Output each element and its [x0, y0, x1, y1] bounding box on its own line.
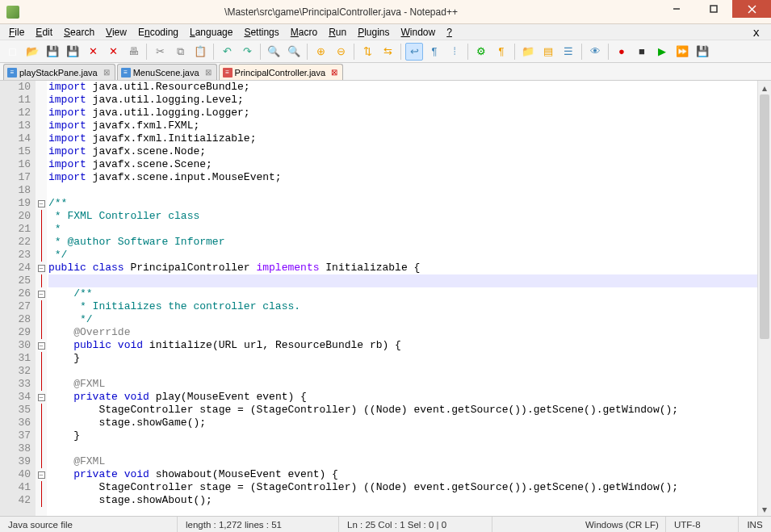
unsaved-icon[interactable]: ⊠ [329, 68, 339, 77]
code-line[interactable]: public class PrincipalController impleme… [48, 262, 771, 274]
code-line[interactable]: } [48, 352, 771, 365]
code-line[interactable]: */ [48, 313, 771, 326]
code-line[interactable]: */ [48, 249, 771, 262]
code-line[interactable]: import javafx.scene.Node; [48, 145, 771, 158]
tab-principalcontroller-java[interactable]: ≡PrincipalController.java⊠ [219, 64, 344, 80]
code-line[interactable]: stage.showGame(); [48, 417, 771, 429]
fold-toggle-icon[interactable]: − [36, 339, 47, 352]
stop-icon[interactable]: ■ [633, 43, 651, 61]
close-icon[interactable]: ✕ [84, 43, 102, 61]
status-length: length : 1,272 lines : 51 [178, 517, 339, 532]
menu-run[interactable]: Run [323, 25, 352, 40]
copy-icon[interactable]: ⧉ [171, 43, 189, 61]
fold-line [36, 365, 47, 378]
save-all-icon[interactable]: 💾 [64, 43, 82, 61]
play-multi-icon[interactable]: ⏩ [673, 43, 691, 61]
code-line[interactable]: @FXML [48, 378, 771, 391]
sync-h-icon[interactable]: ⇆ [379, 43, 396, 61]
menu-macro[interactable]: Macro [285, 25, 323, 40]
code-line[interactable] [48, 184, 771, 197]
menu-help[interactable]: ? [441, 25, 458, 40]
scroll-thumb[interactable] [760, 94, 769, 339]
close-all-icon[interactable]: ✕ [104, 43, 122, 61]
redo-icon[interactable]: ↷ [238, 43, 256, 61]
menu-file[interactable]: File [3, 25, 30, 40]
code-line[interactable]: private void showabout(MouseEvent event)… [48, 468, 771, 481]
close-window-button[interactable] [732, 0, 771, 18]
fold-toggle-icon[interactable]: − [36, 262, 47, 274]
code-line[interactable]: @Override [48, 326, 771, 339]
menu-view[interactable]: View [100, 25, 132, 40]
new-icon[interactable]: ◻ [3, 43, 21, 61]
tab-close-icon[interactable]: ⊠ [102, 68, 111, 77]
find-icon[interactable]: 🔍 [265, 43, 283, 61]
doc-map-icon[interactable]: ▤ [539, 43, 557, 61]
tab-close-icon[interactable]: ⊠ [203, 68, 213, 77]
code-line[interactable]: /** [48, 197, 771, 210]
code-line[interactable]: stage.showAbout(); [48, 494, 771, 507]
tab-playstackpane-java[interactable]: ≡playStackPane.java⊠ [3, 64, 115, 80]
code-line[interactable]: import java.util.logging.Logger; [48, 107, 771, 119]
replace-icon[interactable]: 🔍 [285, 43, 303, 61]
fold-toggle-icon[interactable]: − [36, 391, 47, 404]
scroll-down-icon[interactable]: ▾ [758, 502, 771, 516]
code-line[interactable]: @FXML [48, 455, 771, 468]
undo-icon[interactable]: ↶ [218, 43, 236, 61]
fold-toggle-icon[interactable]: − [36, 197, 47, 210]
code-line[interactable]: private void play(MouseEvent event) { [48, 391, 771, 404]
eol-icon[interactable]: ¶ [492, 43, 510, 61]
indent-guide-icon[interactable]: ⦙ [446, 43, 463, 61]
wrap-icon[interactable]: ↩ [405, 43, 423, 61]
code-line[interactable]: import javafx.fxml.Initializable; [48, 132, 771, 145]
code-line[interactable]: StageController stage = (StageController… [48, 481, 771, 494]
fold-toggle-icon[interactable]: − [36, 468, 47, 481]
code-line[interactable] [48, 365, 771, 378]
show-all-icon[interactable]: ¶ [425, 43, 443, 61]
maximize-button[interactable] [695, 0, 732, 18]
code-line[interactable]: import java.util.logging.Level; [48, 94, 771, 107]
tab-menuscene-java[interactable]: ≡MenuScene.java⊠ [117, 64, 217, 80]
code-line[interactable]: public void initialize(URL url, Resource… [48, 339, 771, 352]
func-list-icon[interactable]: ☰ [559, 43, 577, 61]
paste-icon[interactable]: 📋 [191, 43, 209, 61]
menu-search[interactable]: Search [58, 25, 100, 40]
code-line[interactable]: * FXML Controller class [48, 210, 771, 223]
code-line[interactable]: /** [48, 287, 771, 300]
code-line[interactable]: import javafx.fxml.FXML; [48, 119, 771, 132]
code-line[interactable]: * [48, 223, 771, 236]
zoom-in-icon[interactable]: ⊕ [312, 43, 329, 61]
sync-v-icon[interactable]: ⇅ [358, 43, 376, 61]
code-editor[interactable]: import java.util.ResourceBundle;import j… [47, 81, 771, 516]
print-icon[interactable]: 🖶 [124, 43, 142, 61]
code-line[interactable]: StageController stage = (StageController… [48, 404, 771, 417]
cut-icon[interactable]: ✂ [151, 43, 169, 61]
fold-toggle-icon[interactable]: − [36, 287, 47, 300]
folder-icon[interactable]: 📁 [519, 43, 537, 61]
code-line[interactable]: * Initializes the controller class. [48, 300, 771, 313]
menu-plugins[interactable]: Plugins [352, 25, 395, 40]
close-doc-button[interactable]: x [745, 26, 768, 39]
scroll-up-icon[interactable]: ▴ [758, 81, 771, 94]
menu-encoding[interactable]: Encoding [132, 25, 184, 40]
code-line[interactable]: * @author Software Informer [48, 236, 771, 249]
play-icon[interactable]: ▶ [653, 43, 671, 61]
menu-settings[interactable]: Settings [238, 25, 284, 40]
code-line[interactable]: import java.util.ResourceBundle; [48, 81, 771, 94]
open-icon[interactable]: 📂 [23, 43, 41, 61]
minimize-button[interactable] [658, 0, 695, 18]
code-line[interactable]: import javafx.scene.Scene; [48, 158, 771, 171]
menu-edit[interactable]: Edit [30, 25, 58, 40]
code-line[interactable] [48, 442, 771, 455]
lang-icon[interactable]: ⚙ [472, 43, 490, 61]
code-line[interactable]: import javafx.scene.input.MouseEvent; [48, 171, 771, 184]
code-line[interactable]: } [48, 429, 771, 442]
record-icon[interactable]: ● [613, 43, 631, 61]
save-icon[interactable]: 💾 [44, 43, 61, 61]
save-macro-icon[interactable]: 💾 [693, 43, 711, 61]
zoom-out-icon[interactable]: ⊖ [332, 43, 350, 61]
menu-window[interactable]: Window [396, 25, 442, 40]
code-line[interactable] [48, 274, 771, 287]
vertical-scrollbar[interactable]: ▴ ▾ [757, 81, 771, 516]
monitor-icon[interactable]: 👁 [586, 43, 604, 61]
menu-language[interactable]: Language [184, 25, 238, 40]
